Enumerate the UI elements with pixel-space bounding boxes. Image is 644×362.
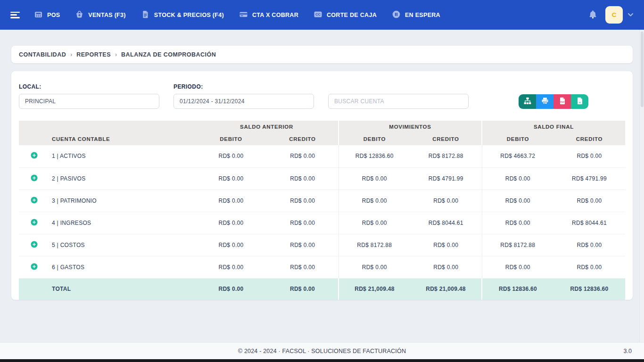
- basket-add-icon: [75, 10, 84, 20]
- notifications-button[interactable]: [588, 9, 598, 21]
- cell-value: RD$ 0.00: [195, 189, 267, 212]
- expand-row-button[interactable]: [31, 152, 38, 160]
- total-value: RD$ 21,009.48: [339, 278, 410, 300]
- cell-value: RD$ 0.00: [195, 145, 267, 167]
- nav-item-label: VENTAS (F3): [88, 12, 125, 18]
- expand-row-button[interactable]: [31, 263, 38, 272]
- total-value: RD$ 12836.60: [553, 278, 625, 300]
- sitemap-icon: [524, 97, 531, 106]
- total-value: RD$ 0.00: [195, 278, 267, 300]
- export-excel-button[interactable]: x: [571, 94, 588, 109]
- cell-value: RD$ 0.00: [339, 167, 410, 189]
- expand-row-button[interactable]: [31, 219, 38, 227]
- footer-copyright: © 2024 - 2024 · FACSOL · SOLUCIONES DE F…: [238, 348, 406, 354]
- table-row: 6 | GASTOS RD$ 0.00 RD$ 0.00 RD$ 0.00 RD…: [19, 256, 625, 278]
- group-header-movimientos: MOVIMIENTOS: [339, 121, 482, 133]
- expand-row-button[interactable]: [31, 174, 38, 183]
- hamburger-menu-icon[interactable]: [10, 12, 20, 18]
- scrollbar[interactable]: [639, 30, 644, 342]
- cell-value: RD$ 0.00: [267, 189, 339, 212]
- header-expand-col: [19, 133, 49, 145]
- plus-circle-icon: [31, 263, 38, 272]
- cell-value: RD$ 12836.60: [339, 145, 410, 167]
- expand-row-button[interactable]: [31, 241, 38, 249]
- cell-value: RD$ 8044.61: [410, 212, 482, 234]
- total-value: RD$ 21,009.48: [410, 278, 482, 300]
- cell-value: RD$ 0.00: [267, 234, 339, 256]
- cell-value: RD$ 0.00: [267, 212, 339, 234]
- breadcrumb-separator: ›: [70, 51, 72, 58]
- cell-value: RD$ 0.00: [553, 145, 625, 167]
- pause-icon: [392, 10, 401, 20]
- cell-value: RD$ 0.00: [482, 256, 553, 278]
- cell-value: RD$ 0.00: [195, 256, 267, 278]
- expand-row-button[interactable]: [31, 197, 38, 205]
- header-credito-anterior: CREDITO: [267, 133, 339, 145]
- cell-value: RD$ 0.00: [339, 256, 410, 278]
- cell-value: RD$ 8172.88: [410, 145, 482, 167]
- nav-item-label: EN ESPERA: [405, 12, 440, 18]
- printer-icon: [541, 97, 549, 106]
- export-pdf-button[interactable]: PDF: [553, 94, 571, 109]
- local-label: LOCAL:: [19, 83, 159, 90]
- plus-circle-icon: [31, 152, 38, 160]
- cell-value: RD$ 8172.88: [339, 234, 410, 256]
- cell-value: RD$ 0.00: [482, 212, 553, 234]
- total-row: TOTAL RD$ 0.00 RD$ 0.00 RD$ 21,009.48 RD…: [19, 278, 625, 300]
- cell-value: RD$ 0.00: [267, 167, 339, 189]
- header-debito-anterior: DEBITO: [195, 133, 267, 145]
- nav-item-en-espera[interactable]: EN ESPERA: [392, 10, 440, 20]
- periodo-label: PERIODO:: [173, 83, 314, 90]
- breadcrumb-reportes[interactable]: REPORTES: [76, 51, 111, 58]
- buscar-filter-group: [328, 94, 469, 109]
- header-debito-final: DEBITO: [482, 133, 553, 145]
- table-row: 3 | PATRIMONIO RD$ 0.00 RD$ 0.00 RD$ 0.0…: [19, 189, 625, 212]
- user-menu-button[interactable]: [627, 11, 634, 18]
- cell-value: RD$ 0.00: [410, 256, 482, 278]
- nav-item-cta-x-cobrar[interactable]: CTA X COBRAR: [239, 10, 298, 20]
- buscar-cuenta-input[interactable]: [328, 94, 469, 109]
- cell-value: RD$ 0.00: [195, 212, 267, 234]
- nav-item-label: STOCK & PRECIOS (F4): [154, 12, 224, 18]
- table-row: 1 | ACTIVOS RD$ 0.00 RD$ 0.00 RD$ 12836.…: [19, 145, 625, 167]
- periodo-daterange-input[interactable]: [173, 94, 314, 109]
- account-name: 5 | COSTOS: [49, 234, 195, 256]
- document-icon: [141, 10, 150, 20]
- cell-value: RD$ 0.00: [339, 212, 410, 234]
- cell-value: RD$ 0.00: [267, 145, 339, 167]
- cell-value: RD$ 0.00: [410, 189, 482, 212]
- account-name: 4 | INGRESOS: [49, 212, 195, 234]
- header-spacer: [19, 121, 195, 133]
- account-name: 1 | ACTIVOS: [49, 145, 195, 167]
- scrollbar-thumb[interactable]: [641, 32, 644, 107]
- cell-value: RD$ 0.00: [553, 256, 625, 278]
- footer-version: 3.0: [624, 348, 632, 354]
- table-row: 4 | INGRESOS RD$ 0.00 RD$ 0.00 RD$ 0.00 …: [19, 212, 625, 234]
- group-header-saldo-final: SALDO FINAL: [482, 121, 625, 133]
- print-button[interactable]: [536, 94, 553, 109]
- nav-item-corte-de-caja[interactable]: CC CORTE DE CAJA: [314, 10, 377, 20]
- svg-text:PDF: PDF: [560, 101, 564, 103]
- cell-value: RD$ 8044.61: [553, 212, 625, 234]
- total-label: TOTAL: [49, 278, 195, 300]
- breadcrumb: CONTABILIDAD › REPORTES › BALANZA DE COM…: [11, 46, 633, 63]
- header-credito-final: CREDITO: [553, 133, 625, 145]
- nav-items: POS VENTAS (F3) STOCK & PRECIOS (F4) CTA…: [34, 10, 440, 20]
- svg-text:CC: CC: [315, 12, 321, 16]
- group-header-saldo-anterior: SALDO ANTERIOR: [195, 121, 339, 133]
- nav-item-pos[interactable]: POS: [34, 10, 60, 20]
- cell-value: RD$ 4791.99: [410, 167, 482, 189]
- plus-circle-icon: [31, 219, 38, 227]
- bottom-bar: [0, 359, 644, 362]
- nav-item-ventas[interactable]: VENTAS (F3): [75, 10, 125, 20]
- breadcrumb-contabilidad[interactable]: CONTABILIDAD: [19, 51, 66, 58]
- total-value: RD$ 12836.60: [482, 278, 553, 300]
- cell-value: RD$ 0.00: [410, 234, 482, 256]
- accounts-tree-button[interactable]: [519, 94, 536, 109]
- account-name: 6 | GASTOS: [49, 256, 195, 278]
- periodo-filter-group: PERIODO:: [173, 83, 314, 109]
- local-select[interactable]: [19, 94, 159, 109]
- top-navigation: POS VENTAS (F3) STOCK & PRECIOS (F4) CTA…: [0, 0, 644, 30]
- user-avatar[interactable]: C: [605, 6, 623, 24]
- nav-item-stock-precios[interactable]: STOCK & PRECIOS (F4): [141, 10, 224, 20]
